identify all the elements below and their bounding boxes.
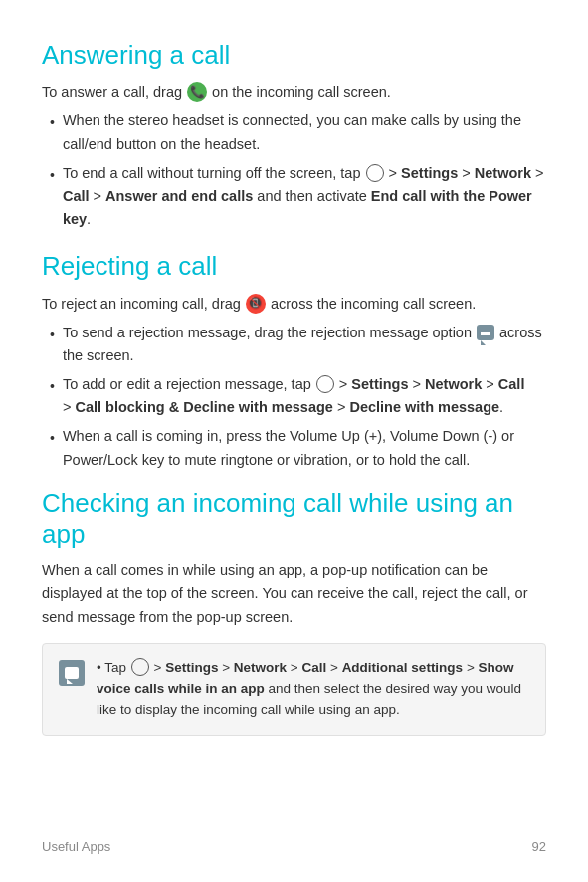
bullet-dot: •: [50, 111, 55, 133]
bullet-text: When a call is coming in, press the Volu…: [63, 425, 546, 471]
note-icon: [59, 660, 85, 686]
section-title-checking: Checking an incoming call while using an…: [42, 488, 546, 550]
intro-text: To reject an incoming call, drag: [42, 296, 245, 312]
section-answering: Answering a call To answer a call, drag …: [42, 40, 546, 231]
page-content: Answering a call To answer a call, drag …: [0, 0, 588, 791]
section-title-rejecting: Rejecting a call: [42, 251, 546, 282]
footer: Useful Apps 92: [42, 839, 546, 854]
section-title-answering: Answering a call: [42, 40, 546, 71]
answering-bullets: • When the stereo headset is connected, …: [50, 110, 546, 231]
note-bullet-dot: •: [97, 660, 104, 675]
bullet-dot: •: [50, 375, 55, 397]
bullet-text: To add or edit a rejection message, tap …: [63, 373, 525, 419]
intro-rest: on the incoming call screen.: [208, 84, 391, 100]
bullet-item: • To send a rejection message, drag the …: [50, 322, 546, 367]
bullet-item: • To end a call without turning off the …: [50, 162, 546, 232]
home-circle-icon3: [131, 658, 149, 676]
footer-left: Useful Apps: [42, 839, 110, 854]
bullet-dot: •: [50, 427, 55, 449]
message-icon: ▬: [477, 325, 494, 340]
phone-green-icon: 📞: [187, 82, 207, 102]
section-intro-checking: When a call comes in while using an app,…: [42, 559, 546, 629]
phone-red-icon: 📵: [246, 294, 266, 314]
note-icon-inner: [65, 667, 79, 679]
section-checking: Checking an incoming call while using an…: [42, 488, 546, 736]
bullet-text: To end a call without turning off the sc…: [63, 162, 546, 232]
footer-right: 92: [532, 839, 546, 854]
note-box: • Tap > Settings > Network > Call > Addi…: [42, 643, 546, 736]
bullet-dot: •: [50, 164, 55, 186]
bullet-item: • When a call is coming in, press the Vo…: [50, 425, 546, 471]
bullet-text: To send a rejection message, drag the re…: [63, 322, 546, 367]
intro-text: To answer a call, drag: [42, 84, 186, 100]
home-circle-icon: [366, 164, 384, 182]
section-intro-answering: To answer a call, drag 📞 on the incoming…: [42, 81, 546, 104]
bullet-dot: •: [50, 324, 55, 345]
intro-rest: across the incoming call screen.: [267, 296, 476, 312]
home-circle-icon2: [316, 375, 334, 393]
bullet-item: • To add or edit a rejection message, ta…: [50, 373, 546, 419]
bullet-item: • When the stereo headset is connected, …: [50, 110, 546, 155]
section-intro-rejecting: To reject an incoming call, drag 📵 acros…: [42, 293, 546, 316]
rejecting-bullets: • To send a rejection message, drag the …: [50, 322, 546, 472]
note-text: • Tap > Settings > Network > Call > Addi…: [97, 658, 529, 721]
bullet-text: When the stereo headset is connected, yo…: [63, 110, 546, 155]
section-rejecting: Rejecting a call To reject an incoming c…: [42, 251, 546, 472]
